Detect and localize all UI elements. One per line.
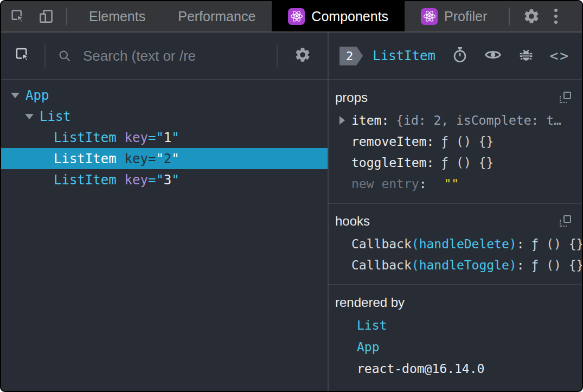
rendered-by-app[interactable]: App: [329, 336, 582, 358]
inspect-element-button[interactable]: [1, 1, 31, 31]
rendered-by-react-dom: react-dom@16.14.0: [329, 358, 582, 380]
props-section: props item:{id: 2, isComplete: t… remove…: [329, 80, 582, 204]
search-box: [52, 47, 270, 65]
tree-row-listitem-1[interactable]: ListItemkey="1": [1, 127, 328, 148]
hooks-label: hooks: [335, 214, 370, 229]
toolbar-separator: [277, 44, 278, 68]
suspend-stopwatch-button[interactable]: [451, 46, 469, 66]
component-name: App: [25, 88, 49, 103]
devtools-toolbar: Elements Performance Components: [1, 1, 582, 33]
tab-elements[interactable]: Elements: [73, 1, 162, 31]
prop-row-item[interactable]: item:{id: 2, isComplete: t…: [329, 110, 582, 131]
new-entry-value-input[interactable]: "": [444, 177, 459, 191]
tree-toolbar: [1, 33, 328, 80]
component-tree: App List ListItemkey="1" ListItemkey="2"…: [1, 80, 328, 391]
stopwatch-icon: [451, 46, 469, 63]
component-name: ListItem: [54, 172, 117, 188]
react-icon: [288, 8, 305, 25]
key-badge: 2: [339, 47, 363, 66]
tab-profiler[interactable]: Profiler: [405, 1, 503, 31]
inspect-component-icon: [14, 46, 31, 63]
key-attribute: key="3": [125, 172, 180, 188]
inspect-dom-button[interactable]: [484, 46, 502, 66]
view-source-icon: <>: [550, 48, 570, 64]
details-actions: <>: [451, 46, 570, 66]
tab-label: Components: [311, 9, 388, 24]
component-details-panel: 2 ListItem: [329, 33, 582, 391]
selected-component-title: ListItem: [373, 48, 435, 63]
prop-row-removeitem[interactable]: removeItem:ƒ () {}: [329, 131, 582, 152]
eye-icon: [484, 46, 502, 64]
select-component-button[interactable]: [1, 46, 38, 66]
settings-gear-icon: [294, 46, 311, 63]
copy-props-button[interactable]: [559, 92, 571, 104]
device-toolbar-button[interactable]: [31, 1, 61, 31]
tab-label: Performance: [178, 9, 255, 24]
tree-settings-button[interactable]: [284, 46, 328, 66]
components-panel: App List ListItemkey="1" ListItemkey="2"…: [1, 33, 582, 391]
view-source-button[interactable]: <>: [550, 48, 570, 64]
tab-components[interactable]: Components: [272, 1, 405, 31]
key-attribute: key="2": [125, 151, 180, 166]
hook-value: ƒ () {}: [531, 237, 583, 251]
tab-label: Profiler: [444, 9, 487, 24]
tab-performance[interactable]: Performance: [162, 1, 272, 31]
tab-label: Elements: [89, 9, 145, 24]
hook-row-handletoggle[interactable]: Callback(handleToggle):ƒ () {}: [329, 254, 582, 275]
collapse-arrow-icon[interactable]: [11, 93, 20, 98]
devtools-window: Elements Performance Components: [0, 0, 583, 392]
more-menu-button[interactable]: [548, 1, 567, 31]
hook-value: ƒ () {}: [531, 258, 583, 272]
copy-hooks-button[interactable]: [559, 215, 571, 227]
settings-gear-icon: [523, 8, 540, 25]
expand-arrow-icon[interactable]: [339, 116, 345, 125]
hooks-section: hooks Callback(handleDelete):ƒ () {} Cal…: [329, 204, 582, 285]
react-icon: [421, 8, 438, 25]
prop-value: {id: 2, isComplete: t…: [396, 113, 561, 127]
component-name: ListItem: [54, 151, 117, 166]
toolbar-separator: [509, 8, 510, 25]
component-name: List: [40, 109, 71, 124]
rendered-by-list[interactable]: List: [329, 314, 582, 336]
device-toolbar-icon: [38, 8, 54, 24]
collapse-arrow-icon[interactable]: [25, 114, 34, 119]
tree-row-listitem-3[interactable]: ListItemkey="3": [1, 169, 328, 190]
rendered-by-section: rendered by List App react-dom@16.14.0: [329, 285, 582, 391]
devtools-settings-button[interactable]: [515, 1, 548, 31]
inspect-element-icon: [10, 8, 26, 24]
search-input[interactable]: [82, 47, 264, 65]
component-tree-panel: App List ListItemkey="1" ListItemkey="2"…: [1, 33, 329, 391]
rendered-by-label: rendered by: [335, 295, 405, 310]
prop-value: ƒ () {}: [441, 156, 494, 170]
more-menu-icon: [554, 9, 558, 12]
tree-row-list[interactable]: List: [1, 106, 328, 127]
hook-row-handledelete[interactable]: Callback(handleDelete):ƒ () {}: [329, 233, 582, 254]
prop-row-toggleitem[interactable]: toggleItem:ƒ () {}: [329, 152, 582, 173]
toolbar-separator: [44, 44, 46, 68]
search-icon: [57, 49, 72, 63]
prop-row-new-entry[interactable]: new entry:"": [329, 173, 582, 194]
details-header: 2 ListItem: [329, 33, 582, 80]
component-name: ListItem: [54, 130, 117, 145]
tree-row-listitem-2-selected[interactable]: ListItemkey="2": [1, 148, 328, 169]
tree-row-app[interactable]: App: [1, 85, 328, 106]
log-to-console-button[interactable]: [517, 46, 535, 66]
prop-value: ƒ () {}: [441, 134, 494, 149]
key-attribute: key="1": [125, 130, 180, 145]
bug-icon: [517, 46, 535, 63]
props-label: props: [335, 90, 368, 105]
toolbar-separator: [66, 8, 67, 25]
